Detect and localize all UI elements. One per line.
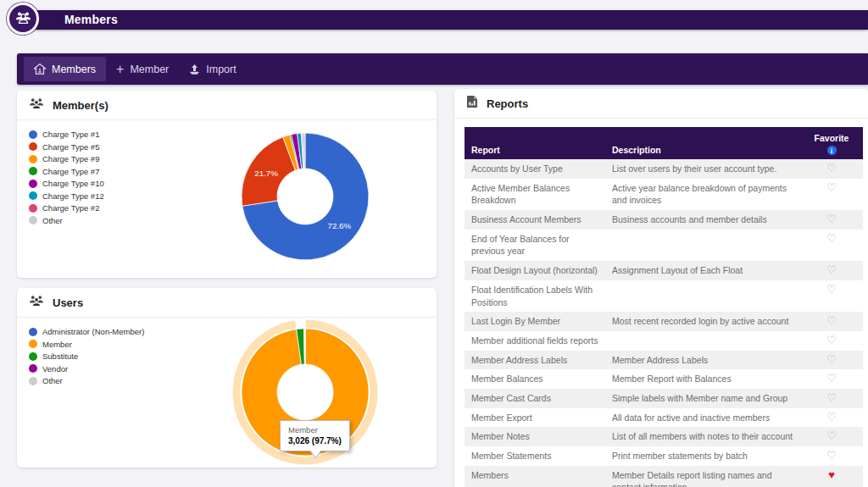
favorite-heart-icon[interactable]: ♡ [826, 353, 837, 366]
legend-label: Administrator (Non-Member) [42, 327, 144, 336]
legend-item[interactable]: Administrator (Non-Member) [29, 327, 144, 336]
import-icon [189, 64, 200, 75]
report-name[interactable]: Float Identification Labels With Positio… [471, 284, 612, 308]
report-row[interactable]: Member ExportAll data for active and ina… [465, 408, 863, 428]
info-icon[interactable]: i [827, 146, 837, 155]
report-description: Simple labels with Member name and Group [612, 392, 807, 405]
report-row[interactable]: Member NotesList of all members with not… [465, 427, 863, 446]
report-row[interactable]: Member Cast CardsSimple labels with Memb… [465, 389, 863, 408]
favorite-heart-icon[interactable]: ♡ [826, 429, 837, 442]
report-description: List over users by their user account ty… [612, 163, 807, 175]
reports-table-header: Report Description Favorite i [465, 127, 863, 159]
group-icon [29, 97, 44, 113]
legend-color-dot [29, 155, 37, 163]
report-name[interactable]: Last Login By Member [471, 315, 612, 328]
report-row[interactable]: Member Address LabelsMember Address Labe… [465, 351, 863, 370]
report-name[interactable]: Member Export [471, 412, 612, 424]
report-description: List of all members with notes to their … [612, 430, 807, 443]
members-card-title: Member(s) [53, 99, 108, 112]
report-row[interactable]: End of Year Balances for previous year♡ [465, 230, 863, 261]
legend-item[interactable]: Charge Type #5 [29, 142, 104, 152]
legend-label: Vendor [42, 364, 68, 374]
members-chart-card: Member(s) Charge Type #1Charge Type #5Ch… [17, 91, 437, 278]
legend-item[interactable]: Member [29, 340, 144, 349]
report-row[interactable]: MembersMember Details report listing nam… [465, 466, 863, 487]
legend-label: Charge Type #7 [42, 167, 99, 176]
report-row[interactable]: Member StatementsPrint member statements… [465, 446, 863, 466]
report-row[interactable]: Float Design Layout (horizontal)Assignme… [465, 261, 863, 280]
favorite-heart-icon[interactable]: ♡ [826, 411, 837, 423]
favorite-heart-icon[interactable]: ♡ [826, 449, 837, 462]
report-row[interactable]: Last Login By MemberMost recent recorded… [465, 312, 863, 331]
report-name[interactable]: Members [471, 469, 612, 482]
legend-color-dot [29, 142, 37, 151]
people-icon [15, 11, 31, 27]
favorite-heart-icon[interactable]: ♡ [826, 232, 837, 245]
members-donut-chart[interactable]: 72.6%21.7% [229, 120, 381, 276]
reports-table-body: Accounts by User TypeList over users by … [465, 159, 863, 487]
members-page: Members Members + Member [0, 0, 868, 487]
report-description: Assignment Layout of Each Float [612, 264, 807, 277]
favorite-heart-icon[interactable]: ♡ [826, 213, 837, 225]
report-name[interactable]: Member Notes [471, 430, 612, 443]
report-row[interactable]: Member additional fields reports♡ [465, 331, 863, 351]
favorite-heart-icon[interactable]: ♡ [826, 372, 837, 385]
report-name[interactable]: Member Balances [471, 373, 612, 385]
report-name[interactable]: Accounts by User Type [471, 163, 612, 175]
favorite-heart-icon[interactable]: ♡ [826, 314, 837, 327]
legend-item[interactable]: Charge Type #10 [29, 179, 104, 188]
legend-label: Charge Type #10 [42, 179, 104, 188]
reports-card-header: Reports [454, 89, 868, 119]
reports-card-title: Reports [487, 97, 528, 110]
report-name[interactable]: Member Statements [471, 450, 612, 462]
report-document-icon [466, 95, 478, 112]
legend-item[interactable]: Other [29, 376, 144, 385]
legend-color-dot [29, 340, 37, 348]
report-name[interactable]: End of Year Balances for previous year [471, 233, 612, 257]
legend-label: Charge Type #9 [42, 154, 99, 163]
pie-slice[interactable] [304, 329, 305, 364]
report-name[interactable]: Member Address Labels [471, 354, 612, 367]
report-name[interactable]: Business Account Members [471, 213, 612, 226]
favorite-heart-icon[interactable]: ♡ [826, 391, 837, 404]
report-name[interactable]: Float Design Layout (horizontal) [471, 264, 612, 277]
favorite-heart-icon[interactable]: ♡ [826, 283, 837, 296]
pie-slice-label: 72.6% [328, 221, 352, 230]
report-name[interactable]: Member additional fields reports [471, 335, 612, 347]
legend-label: Charge Type #2 [42, 203, 99, 213]
members-badge [7, 3, 39, 35]
legend-color-dot [29, 180, 37, 188]
report-name[interactable]: Member Cast Cards [471, 392, 612, 405]
legend-item[interactable]: Charge Type #2 [29, 203, 104, 213]
legend-item[interactable]: Charge Type #1 [29, 130, 104, 139]
nav-tab-import[interactable]: Import [179, 57, 246, 81]
report-description: All data for active and inactive members [612, 412, 807, 424]
column-header-description: Description [612, 145, 807, 155]
legend-item[interactable]: Charge Type #7 [29, 167, 104, 176]
nav-tab-add-member[interactable]: + Member [106, 57, 179, 81]
report-name[interactable]: Active Member Balances Breakdown [471, 182, 612, 207]
legend-label: Other [42, 216, 63, 225]
users-chart-legend: Administrator (Non-Member)MemberSubstitu… [29, 327, 144, 389]
legend-label: Charge Type #5 [42, 142, 99, 152]
favorite-heart-icon[interactable]: ♡ [826, 334, 837, 346]
legend-item[interactable]: Charge Type #9 [29, 154, 104, 163]
favorite-heart-filled-icon[interactable]: ♥ [828, 468, 835, 481]
nav-tab-members[interactable]: Members [24, 57, 106, 81]
report-description: Member Report with Balances [612, 373, 807, 385]
favorite-heart-icon[interactable]: ♡ [826, 162, 837, 174]
report-row[interactable]: Business Account MembersBusiness account… [465, 210, 863, 230]
legend-item[interactable]: Charge Type #12 [29, 191, 104, 201]
report-row[interactable]: Member BalancesMember Report with Balanc… [465, 369, 863, 389]
legend-color-dot [29, 352, 37, 361]
legend-item[interactable]: Other [29, 216, 104, 225]
report-row[interactable]: Float Identification Labels With Positio… [465, 280, 863, 312]
favorite-heart-icon[interactable]: ♡ [826, 181, 837, 194]
legend-item[interactable]: Substitute [29, 351, 144, 361]
plus-icon: + [116, 63, 124, 76]
favorite-heart-icon[interactable]: ♡ [826, 263, 837, 276]
report-row[interactable]: Active Member Balances BreakdownActive y… [465, 179, 863, 210]
legend-item[interactable]: Vendor [29, 364, 144, 374]
group-icon [29, 295, 44, 310]
report-row[interactable]: Accounts by User TypeList over users by … [465, 159, 863, 179]
